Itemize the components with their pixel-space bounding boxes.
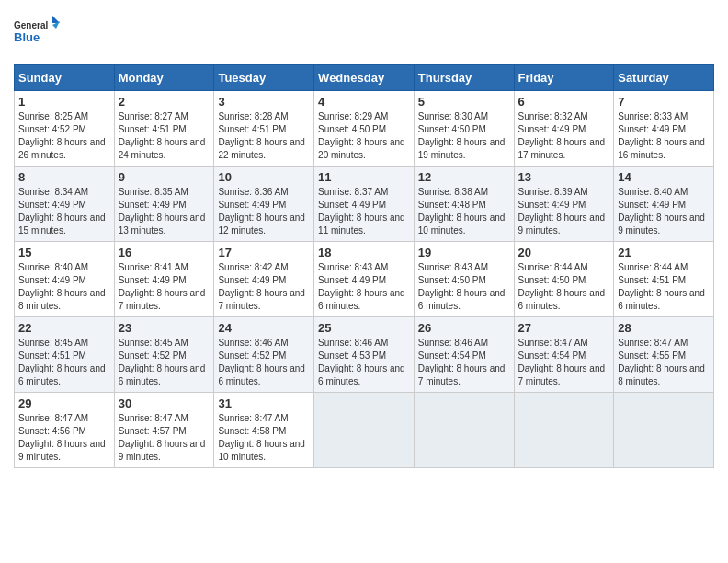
cell-info: Sunrise: 8:40 AMSunset: 4:49 PMDaylight:… — [618, 187, 705, 236]
day-number: 1 — [18, 95, 110, 109]
cell-info: Sunrise: 8:45 AMSunset: 4:51 PMDaylight:… — [18, 338, 106, 386]
day-number: 2 — [119, 95, 210, 109]
calendar-cell: 6 Sunrise: 8:32 AMSunset: 4:49 PMDayligh… — [514, 91, 614, 167]
calendar-cell: 3 Sunrise: 8:28 AMSunset: 4:51 PMDayligh… — [214, 91, 314, 167]
calendar-cell: 19 Sunrise: 8:43 AMSunset: 4:50 PMDaylig… — [414, 242, 514, 317]
calendar-cell: 17 Sunrise: 8:42 AMSunset: 4:49 PMDaylig… — [214, 242, 314, 317]
day-number: 25 — [318, 321, 410, 335]
week-row-5: 29 Sunrise: 8:47 AMSunset: 4:56 PMDaylig… — [15, 393, 714, 468]
day-number: 30 — [119, 396, 210, 410]
week-row-1: 1 Sunrise: 8:25 AMSunset: 4:52 PMDayligh… — [15, 91, 714, 167]
svg-text:Blue: Blue — [14, 30, 40, 44]
col-header-monday: Monday — [114, 65, 214, 91]
cell-info: Sunrise: 8:41 AMSunset: 4:49 PMDaylight:… — [119, 262, 206, 311]
cell-info: Sunrise: 8:43 AMSunset: 4:49 PMDaylight:… — [318, 262, 405, 311]
col-header-tuesday: Tuesday — [214, 65, 314, 91]
cell-info: Sunrise: 8:47 AMSunset: 4:57 PMDaylight:… — [119, 413, 206, 462]
cell-info: Sunrise: 8:47 AMSunset: 4:58 PMDaylight:… — [218, 413, 305, 462]
col-header-thursday: Thursday — [414, 65, 514, 91]
calendar-cell: 4 Sunrise: 8:29 AMSunset: 4:50 PMDayligh… — [314, 91, 415, 167]
cell-info: Sunrise: 8:37 AMSunset: 4:49 PMDaylight:… — [318, 187, 405, 236]
cell-info: Sunrise: 8:47 AMSunset: 4:56 PMDaylight:… — [18, 413, 106, 462]
col-header-saturday: Saturday — [614, 65, 714, 91]
col-header-friday: Friday — [514, 65, 614, 91]
day-number: 21 — [618, 246, 710, 259]
calendar-cell: 9 Sunrise: 8:35 AMSunset: 4:49 PMDayligh… — [114, 167, 214, 242]
cell-info: Sunrise: 8:32 AMSunset: 4:49 PMDaylight:… — [518, 111, 606, 160]
cell-info: Sunrise: 8:46 AMSunset: 4:52 PMDaylight:… — [218, 338, 305, 386]
cell-info: Sunrise: 8:44 AMSunset: 4:51 PMDaylight:… — [618, 262, 705, 311]
day-number: 7 — [618, 95, 710, 109]
svg-text:General: General — [14, 20, 48, 30]
calendar-cell: 5 Sunrise: 8:30 AMSunset: 4:50 PMDayligh… — [414, 91, 514, 167]
day-number: 3 — [218, 95, 310, 109]
cell-info: Sunrise: 8:38 AMSunset: 4:48 PMDaylight:… — [418, 187, 506, 236]
calendar-cell: 14 Sunrise: 8:40 AMSunset: 4:49 PMDaylig… — [614, 167, 714, 242]
calendar-cell: 2 Sunrise: 8:27 AMSunset: 4:51 PMDayligh… — [114, 91, 214, 167]
logo-svg: General Blue — [14, 14, 60, 55]
day-number: 5 — [418, 95, 510, 109]
day-number: 6 — [518, 95, 610, 109]
cell-info: Sunrise: 8:46 AMSunset: 4:53 PMDaylight:… — [318, 338, 405, 386]
day-number: 9 — [119, 170, 210, 184]
day-number: 13 — [518, 170, 610, 184]
col-header-wednesday: Wednesday — [314, 65, 415, 91]
day-number: 22 — [18, 321, 110, 335]
cell-info: Sunrise: 8:36 AMSunset: 4:49 PMDaylight:… — [218, 187, 305, 236]
calendar-cell: 18 Sunrise: 8:43 AMSunset: 4:49 PMDaylig… — [314, 242, 415, 317]
cell-info: Sunrise: 8:34 AMSunset: 4:49 PMDaylight:… — [18, 187, 106, 236]
day-number: 8 — [18, 170, 110, 184]
cell-info: Sunrise: 8:47 AMSunset: 4:54 PMDaylight:… — [518, 338, 606, 386]
day-number: 17 — [218, 246, 310, 259]
page-header: General Blue — [14, 14, 714, 55]
calendar-cell: 10 Sunrise: 8:36 AMSunset: 4:49 PMDaylig… — [214, 167, 314, 242]
day-number: 10 — [218, 170, 310, 184]
cell-info: Sunrise: 8:25 AMSunset: 4:52 PMDaylight:… — [18, 111, 106, 160]
day-number: 14 — [618, 170, 710, 184]
calendar-cell: 24 Sunrise: 8:46 AMSunset: 4:52 PMDaylig… — [214, 317, 314, 393]
cell-info: Sunrise: 8:39 AMSunset: 4:49 PMDaylight:… — [518, 187, 606, 236]
calendar-cell: 20 Sunrise: 8:44 AMSunset: 4:50 PMDaylig… — [514, 242, 614, 317]
calendar-cell: 13 Sunrise: 8:39 AMSunset: 4:49 PMDaylig… — [514, 167, 614, 242]
calendar-cell: 29 Sunrise: 8:47 AMSunset: 4:56 PMDaylig… — [15, 393, 115, 468]
cell-info: Sunrise: 8:35 AMSunset: 4:49 PMDaylight:… — [119, 187, 206, 236]
cell-info: Sunrise: 8:46 AMSunset: 4:54 PMDaylight:… — [418, 338, 506, 386]
cell-info: Sunrise: 8:44 AMSunset: 4:50 PMDaylight:… — [518, 262, 606, 311]
cell-info: Sunrise: 8:42 AMSunset: 4:49 PMDaylight:… — [218, 262, 305, 311]
calendar-cell: 31 Sunrise: 8:47 AMSunset: 4:58 PMDaylig… — [214, 393, 314, 468]
calendar-cell: 7 Sunrise: 8:33 AMSunset: 4:49 PMDayligh… — [614, 91, 714, 167]
day-number: 24 — [218, 321, 310, 335]
calendar-cell: 1 Sunrise: 8:25 AMSunset: 4:52 PMDayligh… — [15, 91, 115, 167]
day-number: 16 — [119, 246, 210, 259]
cell-info: Sunrise: 8:29 AMSunset: 4:50 PMDaylight:… — [318, 111, 405, 160]
cell-info: Sunrise: 8:47 AMSunset: 4:55 PMDaylight:… — [618, 338, 705, 386]
calendar-cell — [414, 393, 514, 468]
cell-info: Sunrise: 8:40 AMSunset: 4:49 PMDaylight:… — [18, 262, 106, 311]
week-row-2: 8 Sunrise: 8:34 AMSunset: 4:49 PMDayligh… — [15, 167, 714, 242]
day-number: 31 — [218, 396, 310, 410]
calendar-cell: 16 Sunrise: 8:41 AMSunset: 4:49 PMDaylig… — [114, 242, 214, 317]
day-number: 15 — [18, 246, 110, 259]
calendar-cell — [314, 393, 415, 468]
day-number: 19 — [418, 246, 510, 259]
day-number: 4 — [318, 95, 410, 109]
cell-info: Sunrise: 8:33 AMSunset: 4:49 PMDaylight:… — [618, 111, 705, 160]
day-number: 23 — [119, 321, 210, 335]
week-row-3: 15 Sunrise: 8:40 AMSunset: 4:49 PMDaylig… — [15, 242, 714, 317]
cell-info: Sunrise: 8:43 AMSunset: 4:50 PMDaylight:… — [418, 262, 506, 311]
calendar-cell: 23 Sunrise: 8:45 AMSunset: 4:52 PMDaylig… — [114, 317, 214, 393]
day-number: 12 — [418, 170, 510, 184]
calendar-cell: 15 Sunrise: 8:40 AMSunset: 4:49 PMDaylig… — [15, 242, 115, 317]
calendar-cell: 27 Sunrise: 8:47 AMSunset: 4:54 PMDaylig… — [514, 317, 614, 393]
day-number: 29 — [18, 396, 110, 410]
calendar-cell: 12 Sunrise: 8:38 AMSunset: 4:48 PMDaylig… — [414, 167, 514, 242]
cell-info: Sunrise: 8:30 AMSunset: 4:50 PMDaylight:… — [418, 111, 506, 160]
cell-info: Sunrise: 8:28 AMSunset: 4:51 PMDaylight:… — [218, 111, 305, 160]
calendar-cell: 21 Sunrise: 8:44 AMSunset: 4:51 PMDaylig… — [614, 242, 714, 317]
calendar-cell: 25 Sunrise: 8:46 AMSunset: 4:53 PMDaylig… — [314, 317, 415, 393]
logo: General Blue — [14, 14, 60, 55]
header-row: SundayMondayTuesdayWednesdayThursdayFrid… — [15, 65, 714, 91]
day-number: 27 — [518, 321, 610, 335]
calendar-table: SundayMondayTuesdayWednesdayThursdayFrid… — [14, 64, 714, 468]
calendar-cell: 26 Sunrise: 8:46 AMSunset: 4:54 PMDaylig… — [414, 317, 514, 393]
